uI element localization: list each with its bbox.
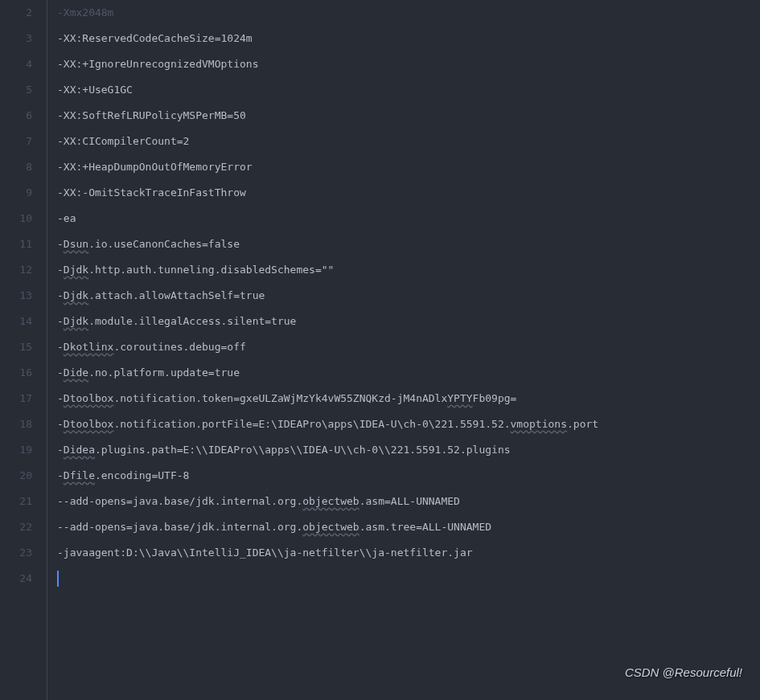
code-line[interactable]: -Dfile.encoding=UTF-8 bbox=[57, 463, 760, 489]
code-line[interactable]: -XX:ReservedCodeCacheSize=1024m bbox=[57, 26, 760, 51]
code-text: - bbox=[57, 289, 64, 301]
code-line[interactable]: -Dsun.io.useCanonCaches=false bbox=[57, 231, 760, 257]
code-text: -ea bbox=[57, 212, 76, 224]
code-line[interactable]: -XX:+IgnoreUnrecognizedVMOptions bbox=[57, 51, 760, 77]
code-text: -XX:+UseG1GC bbox=[57, 84, 133, 96]
code-text: Fb09pg= bbox=[473, 392, 517, 404]
code-text: --add-opens=java.base/jdk.internal.org. bbox=[57, 521, 302, 533]
line-number: 10 bbox=[0, 206, 32, 231]
code-text: - bbox=[57, 392, 64, 404]
line-number: 14 bbox=[0, 309, 32, 334]
code-text: - bbox=[57, 418, 64, 430]
code-line[interactable]: -Dkotlinx.coroutines.debug=off bbox=[57, 334, 760, 360]
code-text: .http.auth.tunneling.disabledSchemes="" bbox=[88, 264, 334, 276]
spellcheck-underline: Didea bbox=[64, 444, 95, 456]
code-text: - bbox=[57, 341, 64, 353]
code-line[interactable]: -Dide.no.platform.update=true bbox=[57, 360, 760, 386]
code-line[interactable]: --add-opens=java.base/jdk.internal.org.o… bbox=[57, 489, 760, 514]
line-number: 11 bbox=[0, 231, 32, 257]
code-line[interactable]: -XX:SoftRefLRUPolicyMSPerMB=50 bbox=[57, 103, 760, 129]
code-text: - bbox=[57, 315, 64, 327]
code-line[interactable]: -XX:CICompilerCount=2 bbox=[57, 129, 760, 154]
line-number: 4 bbox=[0, 51, 32, 77]
code-line[interactable]: -Djdk.attach.allowAttachSelf=true bbox=[57, 283, 760, 309]
code-text: .notification.token=gxeULZaWjMzYk4vW55ZN… bbox=[113, 392, 447, 404]
spellcheck-underline: objectweb bbox=[302, 521, 359, 533]
line-number: 16 bbox=[0, 360, 32, 386]
code-text: -XX:ReservedCodeCacheSize=1024m bbox=[57, 32, 253, 44]
line-number: 24 bbox=[0, 566, 32, 592]
spellcheck-underline: Djdk bbox=[64, 289, 88, 301]
code-text: - bbox=[57, 238, 64, 250]
line-number: 2 bbox=[0, 0, 32, 26]
code-text: - bbox=[57, 469, 64, 481]
code-text: .plugins.path=E:\\IDEAPro\\apps\\IDEA-U\… bbox=[95, 444, 511, 456]
spellcheck-underline: Dkotlinx bbox=[64, 341, 114, 353]
line-number: 23 bbox=[0, 540, 32, 566]
code-text: -javaagent:D:\\Java\\IntelliJ_IDEA\\ja-n… bbox=[57, 546, 473, 559]
spellcheck-underline: Djdk bbox=[64, 315, 88, 327]
code-line[interactable]: -Dtoolbox.notification.token=gxeULZaWjMz… bbox=[57, 386, 760, 411]
line-number: 12 bbox=[0, 257, 32, 283]
code-line[interactable]: --add-opens=java.base/jdk.internal.org.o… bbox=[57, 514, 760, 540]
code-text: -XX:-OmitStackTraceInFastThrow bbox=[57, 186, 246, 199]
code-line[interactable]: -Dtoolbox.notification.portFile=E:\IDEAP… bbox=[57, 411, 760, 437]
code-text: .attach.allowAttachSelf=true bbox=[88, 289, 265, 301]
line-number: 19 bbox=[0, 437, 32, 463]
code-line[interactable]: -Didea.plugins.path=E:\\IDEAPro\\apps\\I… bbox=[57, 437, 760, 463]
code-text: .io.useCanonCaches=false bbox=[88, 238, 240, 250]
code-area[interactable]: -Xmx2048m-XX:ReservedCodeCacheSize=1024m… bbox=[47, 0, 760, 700]
code-line[interactable]: -XX:+HeapDumpOnOutOfMemoryError bbox=[57, 154, 760, 180]
code-text: -Xmx2048m bbox=[57, 6, 113, 18]
code-text: .asm=ALL-UNNAMED bbox=[359, 495, 460, 507]
code-text: - bbox=[57, 444, 64, 456]
scrollbar-vertical[interactable] bbox=[749, 0, 760, 700]
code-text: -XX:SoftRefLRUPolicyMSPerMB=50 bbox=[57, 109, 246, 121]
spellcheck-underline: Dtoolbox bbox=[64, 418, 114, 430]
line-number: 8 bbox=[0, 154, 32, 180]
line-number: 7 bbox=[0, 129, 32, 154]
code-text: -XX:+HeapDumpOnOutOfMemoryError bbox=[57, 161, 253, 173]
spellcheck-underline: Dide bbox=[64, 366, 88, 379]
code-editor[interactable]: 23456789101112131415161718192021222324 -… bbox=[0, 0, 760, 700]
code-line[interactable]: -XX:+UseG1GC bbox=[57, 77, 760, 103]
code-line[interactable]: -XX:-OmitStackTraceInFastThrow bbox=[57, 180, 760, 206]
code-line[interactable]: -ea bbox=[57, 206, 760, 231]
spellcheck-underline: YPTY bbox=[447, 392, 472, 404]
spellcheck-underline: Djdk bbox=[64, 264, 88, 276]
spellcheck-underline: vmoptions bbox=[511, 418, 567, 430]
line-number: 3 bbox=[0, 26, 32, 51]
code-text: -XX:+IgnoreUnrecognizedVMOptions bbox=[57, 58, 258, 70]
code-line[interactable]: -Djdk.module.illegalAccess.silent=true bbox=[57, 309, 760, 334]
code-line[interactable]: -Djdk.http.auth.tunneling.disabledScheme… bbox=[57, 257, 760, 283]
code-text: .asm.tree=ALL-UNNAMED bbox=[359, 521, 491, 533]
line-number: 5 bbox=[0, 77, 32, 103]
line-number: 18 bbox=[0, 411, 32, 437]
code-line[interactable] bbox=[57, 566, 760, 592]
line-number: 21 bbox=[0, 489, 32, 514]
code-text: .notification.portFile=E:\IDEAPro\apps\I… bbox=[113, 418, 510, 430]
code-text: .module.illegalAccess.silent=true bbox=[88, 315, 296, 327]
code-line[interactable]: -Xmx2048m bbox=[57, 0, 760, 26]
gutter: 23456789101112131415161718192021222324 bbox=[0, 0, 47, 700]
spellcheck-underline: Dtoolbox bbox=[64, 392, 114, 404]
spellcheck-underline: Dsun bbox=[64, 238, 88, 250]
watermark: CSDN @Resourceful! bbox=[625, 660, 742, 686]
code-text: - bbox=[57, 366, 64, 379]
line-number: 20 bbox=[0, 463, 32, 489]
line-number: 13 bbox=[0, 283, 32, 309]
spellcheck-underline: objectweb bbox=[302, 495, 359, 507]
line-number: 6 bbox=[0, 103, 32, 129]
code-text: - bbox=[57, 264, 64, 276]
code-text: .coroutines.debug=off bbox=[113, 341, 245, 353]
cursor bbox=[57, 571, 59, 587]
line-number: 9 bbox=[0, 180, 32, 206]
spellcheck-underline: Dfile bbox=[64, 469, 95, 481]
code-text: -XX:CICompilerCount=2 bbox=[57, 135, 189, 147]
line-number: 15 bbox=[0, 334, 32, 360]
line-number: 17 bbox=[0, 386, 32, 411]
line-number: 22 bbox=[0, 514, 32, 540]
code-line[interactable]: -javaagent:D:\\Java\\IntelliJ_IDEA\\ja-n… bbox=[57, 540, 760, 566]
code-text: --add-opens=java.base/jdk.internal.org. bbox=[57, 495, 302, 507]
code-text: .no.platform.update=true bbox=[88, 366, 240, 379]
